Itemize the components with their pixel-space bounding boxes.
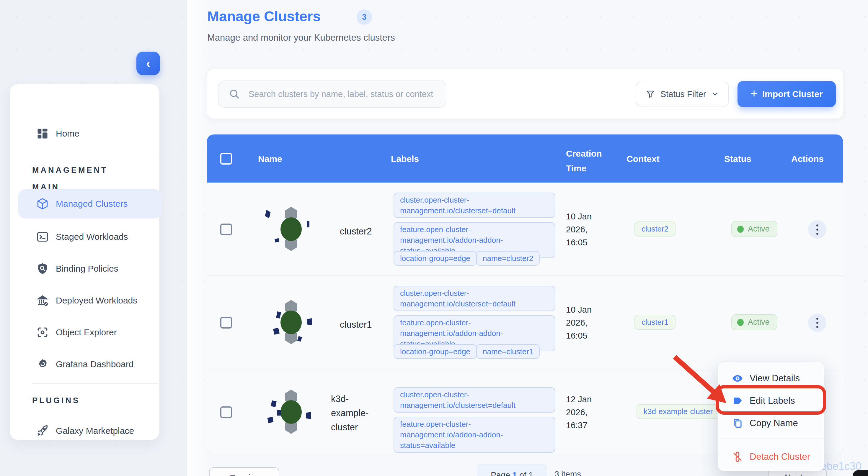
sidebar-item-binding-policies[interactable]: Binding Policies (28, 256, 162, 282)
sidebar-item-object-explorer[interactable]: Object Explorer (28, 319, 162, 345)
sidebar-divider (31, 154, 158, 154)
row-checkbox[interactable] (220, 224, 232, 235)
menu-item-copy-name[interactable]: Copy Name (718, 413, 824, 434)
rocket-icon (36, 424, 49, 437)
eye-icon (732, 373, 743, 384)
cluster-name: k3d-example-cluster (331, 392, 384, 434)
page-title: Manage Clusters (207, 8, 321, 25)
sidebar-item-managed-clusters[interactable]: Managed Clusters (18, 189, 162, 218)
label-chip: feature.open-cluster-management.io/addon… (394, 417, 555, 453)
shield-search-icon (36, 262, 49, 275)
tag-icon (732, 395, 743, 406)
row-actions-kebab-button[interactable] (808, 220, 826, 239)
menu-item-label: Detach Cluster (750, 451, 810, 462)
creation-time: 10 Jan 2026, 16:05 (566, 303, 607, 342)
cluster-name: cluster2 (340, 225, 393, 239)
label-chip: cluster.open-cluster-management.io/clust… (394, 193, 555, 218)
plus-icon: + (750, 87, 757, 100)
menu-item-edit-labels[interactable]: Edit Labels (718, 390, 824, 411)
column-header-actions: Actions (791, 154, 824, 164)
page-indicator: Page 1 of 1 (477, 464, 547, 476)
status-filter-label: Status Filter (660, 89, 706, 99)
funnel-icon (646, 89, 655, 99)
context-badge: cluster2 (634, 222, 676, 237)
cluster-logo-icon (263, 300, 319, 344)
corner-overlay (852, 470, 868, 476)
unlink-icon (732, 451, 743, 463)
terminal-icon (36, 230, 49, 243)
chevron-right-icon: › (808, 473, 811, 476)
sidebar-item-label: Deployed Workloads (56, 296, 137, 306)
table-header-row: Name Labels Creation Time Context Status… (207, 134, 843, 182)
menu-item-label: View Details (750, 373, 800, 384)
sidebar-section-plugins: PLUGINS (32, 396, 80, 405)
cube-icon (36, 197, 49, 210)
status-badge: Active (731, 314, 777, 330)
chevron-left-icon: ‹ (222, 473, 225, 476)
select-all-checkbox[interactable] (220, 153, 232, 165)
previous-page-button[interactable]: ‹ Previous (209, 467, 279, 476)
status-filter-button[interactable]: Status Filter (636, 82, 729, 106)
row-divider (207, 275, 843, 276)
row-actions-menu: View Details Edit Labels Copy Name Detac… (717, 362, 824, 471)
column-header-status: Status (724, 154, 751, 164)
creation-time: 10 Jan 2026, 16:05 (566, 210, 607, 249)
previous-label: Previous (230, 473, 266, 476)
cluster-name: cluster1 (340, 318, 393, 332)
sidebar-item-label: Home (56, 129, 80, 139)
copy-icon (732, 418, 743, 429)
chevron-left-icon: ‹ (146, 56, 150, 70)
label-chip: cluster.open-cluster-management.io/clust… (394, 387, 555, 413)
context-badge: k3d-example-cluster (637, 404, 720, 419)
sidebar-item-label: Binding Policies (56, 264, 118, 274)
toolbar: Status Filter + Import Cluster (207, 69, 844, 119)
import-cluster-label: Import Cluster (762, 89, 823, 99)
sidebar-item-label: Object Explorer (56, 327, 117, 337)
menu-item-view-details[interactable]: View Details (718, 368, 824, 389)
sidebar-item-grafana-dashboard[interactable]: Grafana Dashboard (28, 351, 162, 377)
context-badge: cluster1 (634, 315, 676, 330)
status-badge: Active (731, 221, 777, 237)
focus-target-icon (36, 326, 49, 339)
items-count: 3 items (554, 470, 581, 476)
sidebar-item-deployed-workloads[interactable]: Deployed Workloads (28, 287, 162, 313)
label-chip: name=cluster1 (476, 344, 540, 359)
label-chip: name=cluster2 (476, 251, 540, 266)
sidebar-item-label: Grafana Dashboard (56, 359, 134, 369)
page-subtitle: Manage and monitor your Kubernetes clust… (207, 32, 395, 43)
cluster-logo-icon (263, 207, 319, 251)
row-checkbox[interactable] (220, 317, 232, 329)
row-actions-kebab-button[interactable] (808, 313, 826, 332)
sidebar-item-label: Galaxy Marketplace (56, 426, 134, 436)
search-input[interactable] (218, 80, 446, 108)
column-header-name: Name (258, 154, 282, 164)
sidebar-item-home[interactable]: Home (28, 121, 162, 146)
sidebar-item-staged-workloads[interactable]: Staged Workloads (28, 224, 162, 250)
sidebar-section-management: MANAGEMENT (32, 166, 108, 175)
column-header-creation-time: Creation Time (566, 146, 610, 176)
label-chip: cluster.open-cluster-management.io/clust… (394, 286, 555, 311)
status-dot-icon (737, 226, 744, 233)
import-cluster-button[interactable]: + Import Cluster (738, 81, 836, 107)
menu-item-detach-cluster[interactable]: Detach Cluster (718, 446, 824, 468)
chevron-down-icon (711, 90, 719, 98)
sidebar-divider (31, 383, 158, 384)
sidebar: MAIN Home MANAGEMENT Managed Clusters St… (10, 84, 159, 440)
label-chip: location-group=edge (394, 344, 477, 359)
menu-divider (718, 439, 824, 439)
sidebar-collapse-button[interactable]: ‹ (136, 52, 160, 75)
cluster-logo-icon (263, 389, 319, 434)
current-page-number: 1 (513, 470, 517, 476)
label-chip: location-group=edge (394, 251, 477, 266)
column-header-context: Context (626, 154, 659, 164)
sidebar-item-galaxy-marketplace[interactable]: Galaxy Marketplace (28, 418, 162, 444)
grafana-icon (36, 358, 49, 371)
column-header-labels: Labels (391, 154, 419, 164)
next-label: Next (784, 473, 803, 476)
home-grid-icon (36, 127, 49, 140)
sidebar-item-label: Managed Clusters (56, 199, 128, 209)
creation-time: 12 Jan 2026, 16:37 (566, 393, 607, 432)
bank-check-icon (36, 294, 49, 307)
menu-item-label: Copy Name (750, 418, 798, 429)
row-checkbox[interactable] (220, 406, 232, 418)
